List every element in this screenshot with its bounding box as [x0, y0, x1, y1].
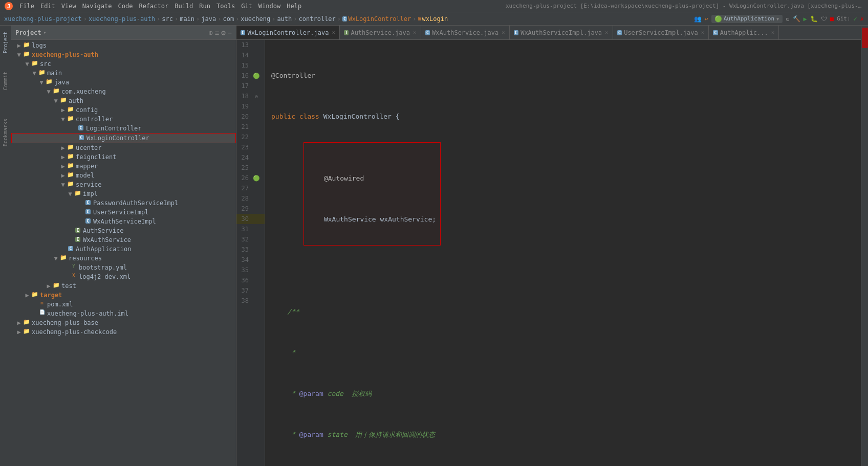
tree-item-auth-application[interactable]: ▶ C AuthApplication: [11, 245, 236, 254]
tree-item-service[interactable]: ▼ 📁 service: [11, 180, 236, 189]
tree-item-login-controller[interactable]: ▶ C LoginController: [11, 124, 236, 133]
commit-tab[interactable]: Commit: [2, 68, 9, 94]
tree-item-java[interactable]: ▼ 📁 java: [11, 78, 236, 87]
tree-item-resources[interactable]: ▼ 📁 resources: [11, 254, 236, 263]
close-tab-wx-auth-impl[interactable]: ×: [605, 29, 609, 36]
tree-item-log4j2-xml[interactable]: ▶ X log4j2-dev.xml: [11, 272, 236, 281]
tab-wx-auth-service-impl[interactable]: C WxAuthServiceImpl.java ×: [510, 26, 613, 40]
tab-user-service-impl[interactable]: C UserServiceImpl.java ×: [613, 26, 709, 40]
tree-label: feignclient: [76, 153, 116, 161]
breadcrumb-src[interactable]: src: [162, 15, 173, 23]
close-tab-auth-app[interactable]: ×: [771, 29, 775, 36]
tree-label: log4j2-dev.xml: [79, 273, 131, 280]
git-x-icon[interactable]: ✗: [860, 15, 864, 23]
error-marker: [862, 28, 868, 48]
tree-label: pom.xml: [47, 301, 73, 308]
menu-edit[interactable]: Edit: [40, 3, 55, 10]
project-tab[interactable]: Project: [2, 28, 9, 57]
tree-item-wx-auth-service[interactable]: ▶ I WxAuthService: [11, 235, 236, 245]
menu-window[interactable]: Window: [258, 3, 280, 10]
tree-item-test[interactable]: ▶ 📁 test: [11, 281, 236, 291]
tree-item-com-xuecheng[interactable]: ▼ 📁 com.xuecheng: [11, 87, 236, 96]
tab-wx-login-controller[interactable]: C WxLoginController.java ×: [236, 26, 340, 40]
tree-label: xuecheng-plus-auth.iml: [47, 310, 128, 317]
tree-item-target[interactable]: ▶ 📁 target: [11, 291, 236, 300]
breadcrumb-java[interactable]: java: [201, 15, 216, 23]
menu-build[interactable]: Build: [175, 3, 193, 10]
tree-item-src[interactable]: ▼ 📁 src: [11, 59, 236, 69]
tree-item-checkcode[interactable]: ▶ 📁 xuecheng-plus-checkcode: [11, 327, 236, 337]
navigate-back-icon[interactable]: ↩: [705, 15, 708, 23]
tab-auth-service[interactable]: I AuthService.java ×: [340, 26, 421, 40]
tree-item-logs[interactable]: ▶ 📁 logs: [11, 41, 236, 50]
code-editor[interactable]: 13 14 15 16 🟢: [236, 40, 861, 466]
close-tab-wx-login[interactable]: ×: [332, 29, 335, 36]
close-panel-icon[interactable]: −: [228, 29, 232, 37]
coverage-icon[interactable]: 🛡: [821, 15, 827, 23]
breadcrumb-class[interactable]: C WxLoginController: [342, 15, 411, 23]
close-tab-wx-auth-service[interactable]: ×: [502, 29, 505, 36]
locate-icon[interactable]: ⊕: [208, 29, 212, 37]
add-users-icon[interactable]: 👥: [694, 15, 702, 23]
run-icon[interactable]: ▶: [804, 15, 807, 23]
build-icon[interactable]: 🔨: [793, 15, 800, 23]
refresh-icon[interactable]: ↻: [786, 15, 789, 23]
menu-view[interactable]: View: [61, 3, 76, 10]
tree-label: mapper: [76, 163, 98, 170]
collapse-all-icon[interactable]: ≡: [215, 29, 219, 37]
menu-help[interactable]: Help: [287, 3, 301, 10]
menu-tools[interactable]: Tools: [216, 3, 235, 10]
tree-item-main[interactable]: ▼ 📁 main: [11, 69, 236, 78]
tree-item-config[interactable]: ▶ 📁 config: [11, 105, 236, 115]
tree-item-model[interactable]: ▶ 📁 model: [11, 171, 236, 180]
tree-item-wx-auth-impl[interactable]: ▶ C WxAuthServiceImpl: [11, 217, 236, 226]
tree-item-impl[interactable]: ▼ 📁 impl: [11, 189, 236, 198]
run-config-dropdown[interactable]: 🟢 AuthApplication ▾: [711, 15, 783, 23]
tree-item-auth-pkg[interactable]: ▼ 📁 auth: [11, 96, 236, 105]
menu-file[interactable]: File: [19, 3, 34, 10]
breadcrumb-method[interactable]: m wxLogin: [418, 15, 448, 23]
code-content[interactable]: @Controller public class WxLoginControll…: [265, 40, 861, 466]
close-tab-user-service-impl[interactable]: ×: [701, 29, 705, 36]
tree-item-auth-service[interactable]: ▶ I AuthService: [11, 226, 236, 235]
debug-icon[interactable]: 🐛: [810, 15, 818, 23]
breadcrumb-com[interactable]: com: [223, 15, 234, 23]
breadcrumb-auth[interactable]: auth: [277, 15, 292, 23]
tree-item-mapper[interactable]: ▶ 📁 mapper: [11, 162, 236, 171]
tree-item-bootstrap-yml[interactable]: ▶ Y bootstrap.yml: [11, 263, 236, 272]
breadcrumb-bar: xuecheng-plus-project › xuecheng-plus-au…: [0, 12, 868, 26]
tree-item-wx-login-controller[interactable]: ▶ C WxLoginController: [11, 133, 236, 143]
menu-code[interactable]: Code: [118, 3, 133, 10]
tree-item-ucenter[interactable]: ▶ 📁 ucenter: [11, 143, 236, 152]
tab-auth-application[interactable]: C AuthApplic... ×: [709, 26, 779, 40]
tree-item-pom-xml[interactable]: ▶ m pom.xml: [11, 300, 236, 309]
breadcrumb-main[interactable]: main: [180, 15, 194, 23]
menu-navigate[interactable]: Navigate: [82, 3, 112, 10]
tree-label: java: [54, 79, 69, 86]
tree-item-iml[interactable]: ▶ 📄 xuecheng-plus-auth.iml: [11, 309, 236, 318]
tree-label: logs: [32, 42, 47, 49]
tab-wx-auth-service[interactable]: C WxAuthService.java ×: [421, 26, 510, 40]
tree-label: impl: [83, 190, 98, 197]
header-actions: ⊕ ≡ ⚙ −: [208, 29, 232, 37]
tree-item-password-auth[interactable]: ▶ C PasswordAuthServiceImpl: [11, 198, 236, 208]
tree-item-feignclient[interactable]: ▶ 📁 feignclient: [11, 152, 236, 162]
code-line-19: *: [271, 348, 855, 358]
breadcrumb-xuecheng[interactable]: xuecheng: [241, 15, 270, 23]
tree-item-controller[interactable]: ▼ 📁 controller: [11, 115, 236, 124]
tree-item-base[interactable]: ▶ 📁 xuecheng-plus-base: [11, 318, 236, 327]
stop-icon[interactable]: ■: [830, 15, 834, 23]
git-check-icon[interactable]: ✓: [854, 15, 857, 23]
tree-item-user-service-impl[interactable]: ▶ C UserServiceImpl: [11, 208, 236, 217]
menu-run[interactable]: Run: [199, 3, 210, 10]
menu-refactor[interactable]: Refactor: [139, 3, 168, 10]
bookmarks-tab[interactable]: Bookmarks: [2, 115, 9, 150]
breadcrumb-controller[interactable]: controller: [299, 15, 336, 23]
tree-item-auth-module[interactable]: ▼ 📁 xuecheng-plus-auth: [11, 50, 236, 59]
breadcrumb-project[interactable]: xuecheng-plus-project: [4, 15, 82, 23]
menu-git[interactable]: Git: [241, 3, 252, 10]
close-tab-auth-service[interactable]: ×: [413, 29, 417, 36]
breadcrumb-module[interactable]: xuecheng-plus-auth: [89, 15, 155, 23]
settings-icon[interactable]: ⚙: [221, 29, 225, 37]
code-line-18: /**: [271, 307, 855, 317]
